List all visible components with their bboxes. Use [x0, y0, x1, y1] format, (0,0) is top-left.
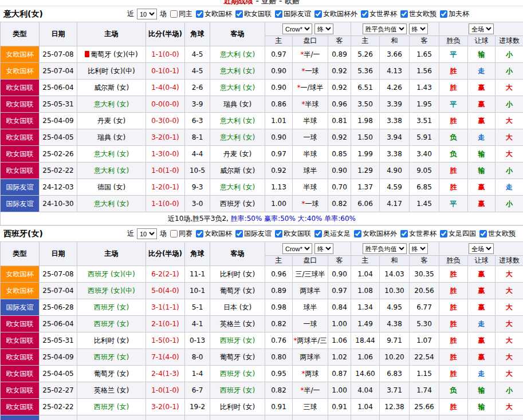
filter-checkbox[interactable] — [479, 230, 487, 237]
filter-option[interactable]: 欧女国联 — [273, 229, 311, 239]
avg-draw-odds: 3.94 — [380, 129, 410, 146]
filter-checkbox[interactable] — [275, 10, 282, 18]
filter-checkbox[interactable] — [440, 230, 447, 237]
result-wdl: 胜 — [439, 316, 468, 332]
match-date: 25-05-31 — [40, 96, 77, 113]
filter-checkbox[interactable] — [235, 10, 243, 18]
match-date: 25-07-08 — [40, 46, 77, 63]
avg-final-select[interactable]: 终 — [409, 243, 428, 254]
handicap-home-odds: 0.76 — [265, 332, 293, 349]
filter-checkbox[interactable] — [354, 230, 361, 237]
match-count-select[interactable]: 10 — [137, 228, 157, 239]
filter-checkbox[interactable] — [400, 10, 408, 18]
handicap-home-odds: 1.00 — [265, 196, 293, 212]
star-marker: * — [297, 84, 300, 92]
filter-checkbox[interactable] — [170, 10, 178, 18]
home-team: 丹麦 (女) — [77, 113, 146, 129]
handicap-away-odds: 0.70 — [328, 179, 351, 196]
team-name: 丹麦 (女) — [97, 117, 125, 125]
filter-option[interactable]: 加夫杯 — [438, 9, 469, 19]
avg-select[interactable]: 胜平负均值 — [363, 243, 407, 254]
filter-group: 同赛女欧国杯国际友谊欧女国联奥运女足女欧国杯外女世界杯女足四国世女欧预 — [168, 229, 517, 239]
filter-label: 女欧国杯外 — [363, 229, 397, 239]
result-handicap: 走 — [468, 316, 496, 332]
avg-select[interactable]: 胜平负均值 — [363, 23, 407, 34]
filter-checkbox[interactable] — [440, 10, 447, 18]
team-name: 丹麦 (女) — [223, 150, 251, 158]
team-name: 意大利 (女) — [220, 183, 255, 191]
top-nav-text[interactable]: 近期战绩 - 亚赔 - 欧赔 — [223, 0, 300, 6]
match-row: 欧女国联25-05-31比利时 (女)1-5(0-1)0-13西班牙 (女)0.… — [1, 332, 523, 349]
team-name: 西班牙 (女) — [94, 303, 129, 311]
filter-checkbox[interactable] — [196, 230, 203, 237]
odds-final-select[interactable]: 终 — [314, 243, 333, 254]
match-date: 25-06-04 — [40, 80, 77, 96]
match-row: 国际友谊24-12-03德国 (女)1-2(0-1)9-3意大利 (女)1.13… — [1, 179, 523, 196]
filter-option[interactable]: 国际友谊 — [273, 9, 311, 19]
filter-label: 国际友谊 — [284, 9, 311, 19]
odds-company-select[interactable]: Crow* — [282, 23, 312, 34]
star-marker: * — [302, 100, 305, 108]
match-date: 24-12-03 — [40, 179, 77, 196]
filter-option[interactable]: 女世界杯 — [398, 229, 437, 239]
avg-home-odds: 1.06 — [351, 349, 380, 366]
avg-home-odds: 1.99 — [351, 146, 380, 163]
handicap-away-odds: 0.87 — [328, 366, 351, 382]
handicap-line: 一球 — [293, 316, 328, 332]
home-team: 法国 (女) — [77, 415, 146, 420]
team-name: 比利时 (女) — [94, 336, 129, 344]
avg-away-odds: 22.54 — [410, 349, 439, 366]
result-wdl: 胜 — [439, 299, 468, 316]
filter-checkbox[interactable] — [361, 10, 368, 18]
avg-away-odds: 20.56 — [410, 283, 439, 299]
handicap-line: 半球 — [293, 113, 328, 129]
type-badge: 欧女国联 — [1, 113, 40, 129]
result-handicap: 输 — [468, 146, 496, 163]
avg-draw-odds: 4.17 — [380, 196, 410, 212]
filter-checkbox[interactable] — [400, 230, 408, 237]
avg-away-odds: 1.65 — [410, 46, 439, 63]
match-count-select[interactable]: 10 — [137, 9, 157, 19]
home-team: 西班牙 (女) — [77, 349, 146, 366]
filter-option[interactable]: 女欧国杯 — [194, 229, 232, 239]
match-date: 25-04-05 — [40, 129, 77, 146]
team-name: 意大利 (女) — [220, 50, 255, 58]
filter-checkbox[interactable] — [314, 10, 322, 18]
type-badge: 国际友谊 — [1, 179, 40, 196]
home-team: 意大利 (女) — [77, 96, 146, 113]
filter-checkbox[interactable] — [275, 230, 282, 237]
filter-option[interactable]: 同赛 — [168, 229, 192, 239]
filter-checkbox[interactable] — [196, 10, 203, 18]
filter-option[interactable]: 世女欧预 — [398, 9, 437, 19]
odds-company-select[interactable]: Crow* — [282, 243, 312, 254]
col-corner: 角球 — [185, 242, 210, 266]
filter-checkbox[interactable] — [235, 230, 243, 237]
filter-option[interactable]: 国际友谊 — [233, 229, 272, 239]
result-wdl: 胜 — [439, 113, 468, 129]
scope-select[interactable]: 全场 — [469, 243, 494, 254]
filter-option[interactable]: 同主 — [168, 9, 192, 19]
filter-option[interactable]: 女足四国 — [438, 229, 476, 239]
type-badge: 欧女国联 — [1, 316, 40, 332]
filter-option[interactable]: 奥运女足 — [312, 229, 351, 239]
scope-select[interactable]: 全场 — [469, 23, 494, 34]
filter-option[interactable]: 女世界杯 — [359, 9, 397, 19]
match-date: 25-04-09 — [40, 113, 77, 129]
result-goals: 小 — [496, 163, 523, 179]
match-row: 女欧国杯25-07-04西班牙 (女)(中)5-0(4-0)10-1葡萄牙 (女… — [1, 283, 523, 299]
odds-final-select[interactable]: 终 — [314, 23, 333, 34]
result-goals: 大 — [496, 299, 523, 316]
filter-checkbox[interactable] — [170, 230, 178, 237]
filter-option[interactable]: 欧女国联 — [233, 9, 272, 19]
result-wdl: 负 — [439, 146, 468, 163]
filter-option[interactable]: 女欧国杯外 — [352, 229, 397, 239]
filter-option[interactable]: 女欧国杯 — [194, 9, 232, 19]
avg-home-odds: 4.04 — [351, 382, 380, 399]
score: 3-2(0-1) — [146, 129, 185, 146]
handicap-away-odds: 0.90 — [328, 266, 351, 283]
avg-final-select[interactable]: 终 — [409, 23, 428, 34]
handicap-line: 两球半 — [293, 349, 328, 366]
filter-checkbox[interactable] — [314, 230, 322, 237]
filter-option[interactable]: 女欧国杯外 — [312, 9, 357, 19]
filter-option[interactable]: 世女欧预 — [477, 229, 516, 239]
